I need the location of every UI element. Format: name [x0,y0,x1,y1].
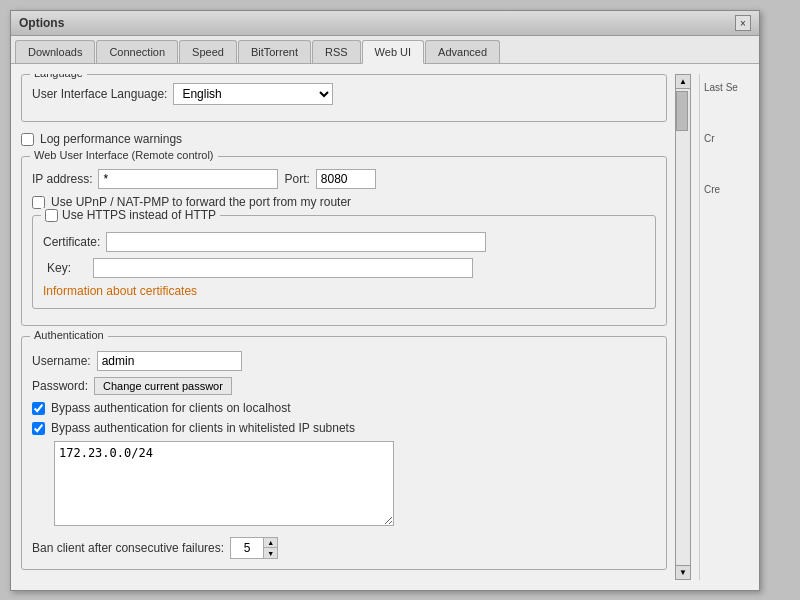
upnp-label: Use UPnP / NAT-PMP to forward the port f… [51,195,351,209]
ban-label: Ban client after consecutive failures: [32,541,224,555]
key-label: Key: [43,261,71,275]
ip-label: IP address: [32,172,92,186]
cr1-label: Cr [704,133,745,144]
ban-client-row: Ban client after consecutive failures: ▲… [32,537,656,559]
subnet-area: 172.23.0.0/24 [54,441,656,529]
bypass-whitelist-row: Bypass authentication for clients in whi… [32,421,656,435]
web-ui-section-title: Web User Interface (Remote control) [30,149,218,161]
ban-spinner-buttons: ▲ ▼ [263,538,277,558]
scroll-down-button[interactable]: ▼ [676,565,690,579]
vertical-scrollbar: ▲ ▼ [675,74,691,580]
bypass-whitelist-label: Bypass authentication for clients in whi… [51,421,355,435]
cert-info-link[interactable]: Information about certificates [43,284,197,298]
log-warning-label: Log performance warnings [40,132,182,146]
web-ui-section: Web User Interface (Remote control) IP a… [21,156,667,326]
ban-decrement-button[interactable]: ▼ [263,548,277,558]
log-warning-checkbox[interactable] [21,133,34,146]
change-password-button[interactable]: Change current passwor [94,377,232,395]
ui-language-label: User Interface Language: [32,87,167,101]
cr2-label: Cre [704,184,745,195]
password-row: Password: Change current passwor [32,377,656,395]
tab-downloads[interactable]: Downloads [15,40,95,63]
username-label: Username: [32,354,91,368]
scroll-thumb[interactable] [676,91,688,131]
tab-connection[interactable]: Connection [96,40,178,63]
log-warning-row: Log performance warnings [21,132,667,146]
tab-rss[interactable]: RSS [312,40,361,63]
tab-advanced[interactable]: Advanced [425,40,500,63]
cert-label: Certificate: [43,235,100,249]
https-label: Use HTTPS instead of HTTP [62,208,216,222]
cert-row: Certificate: [43,232,645,252]
window-title: Options [19,16,64,30]
tab-bar: Downloads Connection Speed BitTorrent RS… [11,36,759,64]
username-row: Username: [32,351,656,371]
auth-section: Authentication Username: Password: Chang… [21,336,667,570]
ban-value-input[interactable] [231,539,263,557]
key-input[interactable] [93,258,473,278]
options-window: Options × Downloads Connection Speed Bit… [10,10,760,591]
right-side-panel: Last Se Cr Cre [699,74,749,580]
close-button[interactable]: × [735,15,751,31]
port-input[interactable] [316,169,376,189]
bypass-whitelist-checkbox[interactable] [32,422,45,435]
tab-webui[interactable]: Web UI [362,40,424,64]
language-section: Language User Interface Language: Englis… [21,74,667,122]
scroll-track [676,89,690,565]
bypass-localhost-row: Bypass authentication for clients on loc… [32,401,656,415]
content-area: Language User Interface Language: Englis… [11,64,759,590]
https-section: Use HTTPS instead of HTTP Certificate: K… [32,215,656,309]
https-checkbox[interactable] [45,209,58,222]
username-input[interactable] [97,351,242,371]
language-select[interactable]: English French German Spanish Chinese [173,83,333,105]
ban-increment-button[interactable]: ▲ [263,538,277,548]
upnp-checkbox[interactable] [32,196,45,209]
language-section-title: Language [30,74,87,79]
ip-port-row: IP address: Port: [32,169,656,189]
subnet-textarea[interactable]: 172.23.0.0/24 [54,441,394,526]
ip-input[interactable] [98,169,278,189]
tab-speed[interactable]: Speed [179,40,237,63]
bypass-localhost-label: Bypass authentication for clients on loc… [51,401,290,415]
cert-input[interactable] [106,232,486,252]
auth-section-title: Authentication [30,329,108,341]
key-row: Key: [43,258,645,278]
main-panel: Language User Interface Language: Englis… [21,74,667,580]
tab-bittorrent[interactable]: BitTorrent [238,40,311,63]
last-se-label: Last Se [704,82,745,93]
https-title-row: Use HTTPS instead of HTTP [41,208,220,222]
password-label: Password: [32,379,88,393]
upnp-row: Use UPnP / NAT-PMP to forward the port f… [32,195,656,209]
bypass-localhost-checkbox[interactable] [32,402,45,415]
scroll-up-button[interactable]: ▲ [676,75,690,89]
language-field-row: User Interface Language: English French … [32,83,656,105]
port-label: Port: [284,172,309,186]
title-bar: Options × [11,11,759,36]
ban-spinner: ▲ ▼ [230,537,278,559]
